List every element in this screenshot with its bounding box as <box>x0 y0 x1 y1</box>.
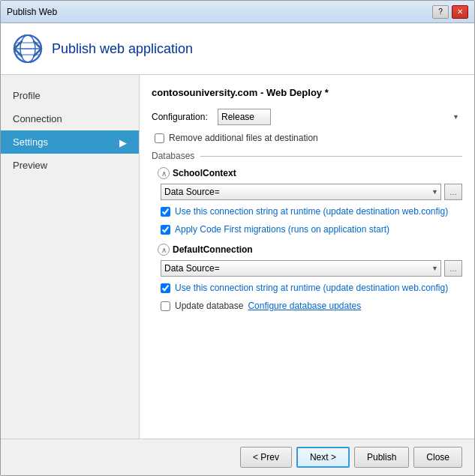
close-button[interactable]: Close <box>413 447 462 468</box>
content-area: Profile Connection Settings ▶ Preview co… <box>1 75 474 439</box>
sidebar-item-profile[interactable]: Profile <box>1 84 139 107</box>
default-connection-select-wrapper: Data Source= <box>161 260 441 277</box>
default-connection-input-row: Data Source= … <box>158 260 462 277</box>
databases-separator: Databases <box>152 151 462 161</box>
school-context-group: ∧ SchoolContext Data Source= … Use <box>152 167 462 235</box>
databases-section: Databases ∧ SchoolContext Data Source= <box>152 151 462 311</box>
school-context-name: SchoolContext <box>173 168 236 178</box>
default-connection-update-row: Update database Configure database updat… <box>158 301 462 311</box>
prev-button[interactable]: < Prev <box>240 447 292 468</box>
school-context-migrations-checkbox[interactable] <box>161 225 170 235</box>
close-window-button[interactable]: ✕ <box>452 5 468 19</box>
databases-section-label: Databases <box>152 151 200 161</box>
configuration-row: Configuration: Release <box>152 109 462 125</box>
header-title: Publish web application <box>52 41 193 57</box>
globe-icon <box>13 34 43 64</box>
school-context-select[interactable]: Data Source= <box>161 184 441 200</box>
school-context-collapse-icon[interactable]: ∧ <box>158 167 170 179</box>
default-connection-runtime-label: Use this connection string at runtime (u… <box>175 283 448 293</box>
default-connection-browse-button[interactable]: … <box>444 260 462 277</box>
profile-title: contosouniversity.com - Web Deploy * <box>152 87 462 98</box>
school-context-runtime-row: Use this connection string at runtime (u… <box>158 206 462 217</box>
configure-database-updates-link[interactable]: Configure database updates <box>248 301 361 311</box>
default-connection-header[interactable]: ∧ DefaultConnection <box>158 244 462 256</box>
school-context-input-row: Data Source= … <box>158 184 462 200</box>
default-connection-select[interactable]: Data Source= <box>161 260 441 277</box>
configuration-label: Configuration: <box>152 112 212 122</box>
configuration-select-wrapper: Release <box>218 109 462 125</box>
main-content: contosouniversity.com - Web Deploy * Con… <box>140 75 474 439</box>
active-arrow-icon: ▶ <box>119 137 127 148</box>
header: Publish web application <box>1 23 474 75</box>
remove-files-row: Remove additional files at destination <box>152 133 462 143</box>
help-button[interactable]: ? <box>432 5 449 19</box>
default-connection-runtime-checkbox[interactable] <box>161 283 170 293</box>
sidebar-item-connection[interactable]: Connection <box>1 107 139 130</box>
default-connection-runtime-row: Use this connection string at runtime (u… <box>158 283 462 293</box>
school-context-runtime-checkbox[interactable] <box>161 207 170 217</box>
databases-separator-line <box>200 156 462 157</box>
sidebar: Profile Connection Settings ▶ Preview <box>1 75 140 439</box>
school-context-select-wrapper: Data Source= <box>161 184 441 200</box>
title-bar: Publish Web ? ✕ <box>1 1 474 23</box>
school-context-browse-button[interactable]: … <box>444 184 462 200</box>
publish-button[interactable]: Publish <box>354 447 409 468</box>
default-connection-update-label: Update database <box>175 301 243 311</box>
school-context-migrations-label: Apply Code First migrations (runs on app… <box>175 224 389 235</box>
school-context-migrations-row: Apply Code First migrations (runs on app… <box>158 224 462 235</box>
configuration-select[interactable]: Release <box>218 109 271 125</box>
next-button[interactable]: Next > <box>296 447 350 468</box>
school-context-runtime-label: Use this connection string at runtime (u… <box>175 206 448 217</box>
footer: < Prev Next > Publish Close <box>1 439 474 475</box>
default-connection-collapse-icon[interactable]: ∧ <box>158 244 170 256</box>
default-connection-group: ∧ DefaultConnection Data Source= … <box>152 244 462 311</box>
sidebar-item-preview[interactable]: Preview <box>1 154 139 177</box>
title-bar-buttons: ? ✕ <box>432 5 468 19</box>
sidebar-item-settings[interactable]: Settings ▶ <box>1 130 139 154</box>
remove-files-label: Remove additional files at destination <box>169 133 318 143</box>
publish-web-window: Publish Web ? ✕ Publish web application <box>0 0 475 476</box>
remove-files-checkbox[interactable] <box>155 133 164 143</box>
default-connection-name: DefaultConnection <box>173 244 253 255</box>
default-connection-update-checkbox[interactable] <box>161 301 170 311</box>
school-context-header[interactable]: ∧ SchoolContext <box>158 167 462 179</box>
window-title: Publish Web <box>7 7 57 17</box>
